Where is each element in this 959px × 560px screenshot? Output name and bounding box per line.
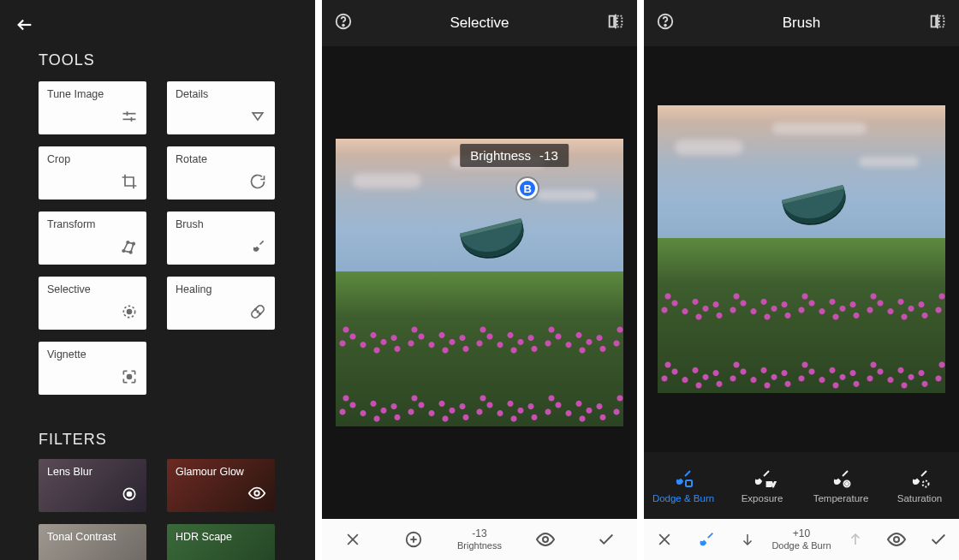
control-point[interactable]: B <box>517 178 538 199</box>
svg-point-14 <box>128 375 132 379</box>
brush-exposure[interactable]: EV Exposure <box>728 468 796 503</box>
crop-icon <box>121 173 138 193</box>
svg-rect-32 <box>686 480 692 486</box>
compare-button[interactable] <box>606 12 625 34</box>
svg-point-16 <box>128 492 132 497</box>
tool-details[interactable]: Details <box>167 81 275 134</box>
parameter-readout[interactable]: -13 Brightness <box>457 528 502 551</box>
arrow-down-icon <box>740 532 755 547</box>
photo-canvas[interactable] <box>658 105 945 393</box>
panel-title: Brush <box>783 15 820 32</box>
brush-opt-label: Saturation <box>897 493 942 503</box>
compare-icon <box>606 12 625 31</box>
filter-label: Glamour Glow <box>176 466 244 478</box>
tool-selective[interactable]: Selective <box>39 277 146 330</box>
parameter-readout[interactable]: +10 Dodge & Burn <box>771 528 831 551</box>
tool-rotate[interactable]: Rotate <box>167 146 275 200</box>
tool-label: Rotate <box>176 153 207 165</box>
brush-saturation[interactable]: Saturation <box>885 468 954 503</box>
tool-crop[interactable]: Crop <box>39 146 146 200</box>
filter-label: Tonal Contrast <box>47 531 116 543</box>
filter-label: Lens Blur <box>47 466 92 478</box>
tool-brush[interactable]: Brush <box>167 211 275 265</box>
svg-rect-30 <box>939 16 944 27</box>
parameter-overlay: Brightness -13 <box>460 144 569 167</box>
svg-point-12 <box>255 309 257 311</box>
check-icon <box>597 530 616 549</box>
help-button[interactable] <box>334 12 353 34</box>
brush-action-bar: +10 Dodge & Burn <box>644 519 959 560</box>
tool-vignette[interactable]: Vignette <box>39 342 146 395</box>
workarea[interactable] <box>644 46 959 452</box>
tool-label: Selective <box>47 283 91 295</box>
healing-icon <box>249 303 266 323</box>
brush-opt-label: Temperature <box>813 493 869 503</box>
check-icon <box>929 530 948 549</box>
eye-icon <box>247 484 266 505</box>
svg-point-11 <box>257 311 259 313</box>
help-icon <box>334 12 353 31</box>
x-icon <box>344 531 361 548</box>
mask-toggle-button[interactable] <box>528 529 563 550</box>
selective-action-bar: -13 Brightness <box>322 519 637 560</box>
svg-rect-29 <box>932 16 937 27</box>
tool-grid: Tune Image Details Crop Rotate <box>0 81 315 395</box>
filter-glamour-glow[interactable]: Glamour Glow <box>167 459 275 512</box>
brush-temperature[interactable]: Temperature <box>807 468 875 503</box>
panel-header: Brush <box>644 0 959 46</box>
cancel-button[interactable] <box>336 531 370 548</box>
workarea[interactable] <box>322 46 637 519</box>
brush-dodgeburn-icon <box>673 468 694 488</box>
panel-header: Selective <box>322 0 637 46</box>
brush-tool-button[interactable] <box>689 530 724 549</box>
filter-hdr-scape[interactable]: HDR Scape <box>167 524 275 560</box>
svg-text:EV: EV <box>766 480 776 488</box>
readout-value: -13 <box>457 528 502 540</box>
brush-panel: Brush Dodge & Burn EV Exposure <box>644 0 959 560</box>
readout-label: Dodge & Burn <box>771 540 831 551</box>
svg-point-26 <box>543 537 548 542</box>
overlay-value: -13 <box>539 148 558 163</box>
help-button[interactable] <box>656 12 675 34</box>
compare-icon <box>928 12 947 31</box>
photo-canvas[interactable] <box>336 139 623 426</box>
brush-options: Dodge & Burn EV Exposure Temperature Sat… <box>644 452 959 519</box>
brush-icon <box>249 238 266 258</box>
add-point-button[interactable] <box>396 530 431 549</box>
mask-toggle-button[interactable] <box>879 529 914 550</box>
triangle-down-icon <box>249 108 266 128</box>
rotate-icon <box>249 173 266 193</box>
readout-label: Brightness <box>457 540 502 551</box>
tool-transform[interactable]: Transform <box>39 211 146 265</box>
target-icon <box>121 486 138 505</box>
selective-icon <box>121 303 138 323</box>
brush-active-icon <box>697 530 716 549</box>
tool-healing[interactable]: Healing <box>167 277 275 330</box>
filter-tonal-contrast[interactable]: Tonal Contrast <box>39 524 146 560</box>
tool-label: Details <box>176 88 208 100</box>
back-arrow-icon <box>15 15 34 34</box>
svg-point-17 <box>254 491 259 496</box>
overlay-param: Brightness <box>470 148 531 163</box>
svg-point-35 <box>846 483 848 485</box>
transform-icon <box>121 238 138 258</box>
svg-point-39 <box>894 537 899 542</box>
increase-button[interactable] <box>838 532 873 547</box>
compare-button[interactable] <box>928 12 947 34</box>
tool-tune-image[interactable]: Tune Image <box>39 81 146 134</box>
brush-temperature-icon <box>831 468 851 488</box>
brush-dodge-burn[interactable]: Dodge & Burn <box>649 468 718 503</box>
tool-label: Transform <box>47 218 96 230</box>
apply-button[interactable] <box>589 530 623 549</box>
brush-opt-label: Exposure <box>742 493 783 503</box>
svg-rect-21 <box>617 16 622 27</box>
decrease-button[interactable] <box>730 532 765 547</box>
filter-lens-blur[interactable]: Lens Blur <box>39 459 146 512</box>
tool-label: Vignette <box>47 349 86 360</box>
apply-button[interactable] <box>921 530 956 549</box>
svg-point-36 <box>923 481 929 487</box>
back-button[interactable] <box>15 15 34 38</box>
cancel-button[interactable] <box>647 531 682 548</box>
filters-header: FILTERS <box>0 395 315 459</box>
vignette-icon <box>121 368 138 388</box>
